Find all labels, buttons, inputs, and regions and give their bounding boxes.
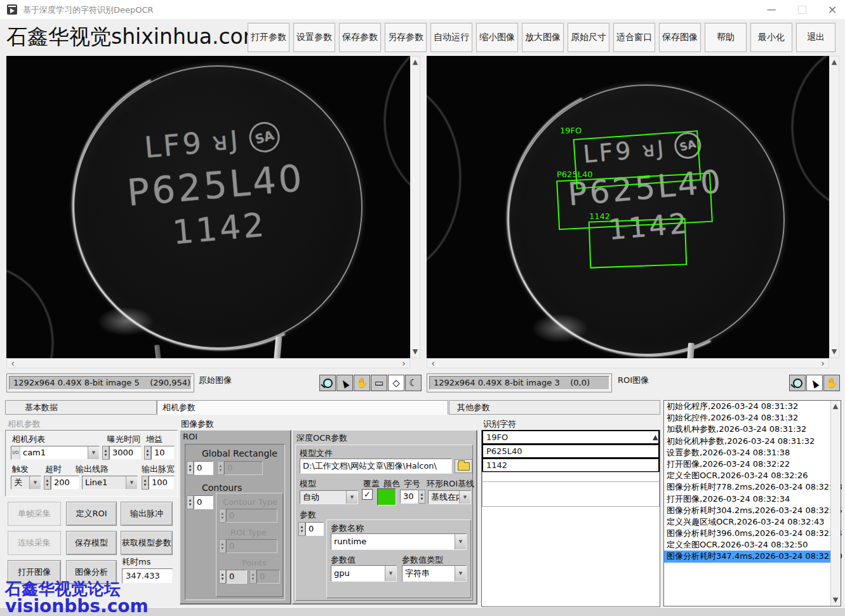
log-entry[interactable]: 定义兴趣区域OCR,2026-03-24 08:32:43 xyxy=(664,516,830,528)
output-pulse-button[interactable]: 输出脉冲 xyxy=(121,502,173,526)
overlay-checkbox[interactable]: ✓ xyxy=(362,489,373,500)
left-select-tool[interactable]: ▲ xyxy=(336,375,353,391)
ocr-box-1142 xyxy=(589,218,687,268)
output-pulse-width-input[interactable]: ▲▼100 xyxy=(142,476,175,490)
minimize-button[interactable]: 最小化 xyxy=(750,23,792,52)
fit-window-button[interactable]: 适合窗口 xyxy=(613,23,655,52)
left-pan-tool[interactable]: ✋ xyxy=(354,375,370,391)
save-as-params-button[interactable]: 另存参数 xyxy=(385,23,427,52)
overlay-color-swatch[interactable] xyxy=(377,488,396,506)
global-rect-index-input[interactable]: ▲▼0 xyxy=(187,461,213,475)
contours-index-input[interactable]: ▲▼0 xyxy=(187,495,213,509)
log-entry[interactable]: 初始化控件,2026-03-24 08:31:32 xyxy=(664,412,830,424)
window-close-button[interactable]: × xyxy=(818,0,845,19)
log-entry[interactable]: 图像分析耗时304.2ms,2026-03-24 08:32:35 xyxy=(664,505,830,516)
left-horizontal-scrollbar[interactable]: ‹› xyxy=(6,358,410,368)
right-zoom-tool[interactable] xyxy=(789,375,806,391)
log-entry[interactable]: 打开图像,2026-03-24 08:32:34 xyxy=(664,493,830,505)
cursor-icon: ▲ xyxy=(339,377,350,390)
roi-image-canvas[interactable]: LF9 ᴚJ SA P625L40 1142 19FO P625L40 1142 xyxy=(427,56,829,358)
log-entry[interactable]: 定义全图OCR,2026-03-24 08:32:50 xyxy=(664,539,830,551)
log-entry[interactable]: 图像分析耗时396.0ms,2026-03-24 08:32:44 xyxy=(664,528,830,539)
chevron-down-icon: ▼ xyxy=(459,491,470,504)
gain-input[interactable]: ▲▼10 xyxy=(144,446,175,460)
trigger-select[interactable]: 关▼ xyxy=(11,476,41,490)
params-label: 参数 xyxy=(300,509,316,521)
save-image-button[interactable]: 保存图像 xyxy=(659,23,701,52)
left-status-text: 1292x964 0.49X 8-bit image 5 (290,954) xyxy=(9,376,192,390)
param-type-select[interactable]: 字符串▼ xyxy=(402,565,467,582)
log-entry[interactable]: 初始化程序,2026-03-24 08:31:32 xyxy=(664,401,830,412)
original-size-button[interactable]: 原始尺寸 xyxy=(568,23,609,52)
log-entry[interactable]: 加载机种参数,2026-03-24 08:31:32 xyxy=(664,424,830,435)
param-name-select[interactable]: runtime▼ xyxy=(331,533,467,550)
output-line-select[interactable]: Line1▼ xyxy=(82,476,138,490)
contour-type-label: Contour Type xyxy=(223,497,277,507)
recognized-item[interactable]: 1142 xyxy=(482,458,660,472)
log-entry[interactable]: 设置参数,2026-03-24 08:31:38 xyxy=(664,447,830,459)
get-model-params-button[interactable]: 获取模型参数 xyxy=(121,531,173,555)
original-image-canvas[interactable]: LF9 ᴚJ SA P625L40 1142 xyxy=(6,56,410,358)
param-value-select[interactable]: gpu▼ xyxy=(331,565,397,582)
ocr-label-p625l40: P625L40 xyxy=(557,170,592,179)
continuous-grab-button[interactable]: 连续采集 xyxy=(8,531,61,555)
timeout-input[interactable]: ▲▼200 xyxy=(44,476,79,490)
log-entry[interactable]: 定义全图OCR,2026-03-24 08:32:26 xyxy=(664,470,830,481)
right-vertical-scrollbar[interactable]: ▲▼ xyxy=(829,56,839,358)
help-button[interactable]: 帮助 xyxy=(705,23,747,52)
log-entry-selected[interactable]: 图像分析耗时347.4ms,2026-03-24 08:32:50 xyxy=(664,551,830,562)
font-size-label: 字号 xyxy=(404,478,420,490)
zoom-out-image-button[interactable]: 缩小图像 xyxy=(476,23,518,52)
window-minimize-button[interactable]: — xyxy=(757,0,786,19)
model-file-input[interactable]: D:\工作文档\网站文章\图像\Halcon\ xyxy=(300,459,452,474)
left-arc-roi-tool[interactable]: ☾ xyxy=(405,375,422,391)
chevron-down-icon: ▼ xyxy=(455,566,466,581)
zoom-in-image-button[interactable]: 放大图像 xyxy=(522,23,564,52)
define-roi-button[interactable]: 定义ROI xyxy=(66,502,117,526)
browse-model-button[interactable] xyxy=(455,459,472,473)
log-scrollbar[interactable]: ▲ ▼ xyxy=(830,401,841,606)
auto-run-button[interactable]: 自动运行 xyxy=(430,23,472,52)
save-model-button[interactable]: 保存模型 xyxy=(66,531,117,555)
log-entry[interactable]: 图像分析耗时778.2ms,2026-03-24 08:32:28 xyxy=(664,481,830,493)
global-rectangle-label: Global Rectangle xyxy=(202,448,277,459)
left-vertical-scrollbar[interactable]: ▲▼ xyxy=(410,56,420,358)
recognized-item[interactable]: 19FO xyxy=(482,430,660,445)
site-brand-text[interactable]: visionbbs.com xyxy=(5,596,149,616)
single-grab-button[interactable]: 单帧采集 xyxy=(8,502,61,526)
ring-roi-baseline-select[interactable]: 基线在内▼ xyxy=(428,490,471,504)
right-horizontal-scrollbar[interactable]: ‹› xyxy=(427,358,829,368)
deep-ocr-panel: 深度OCR参数 模型文件 D:\工作文档\网站文章\图像\Halcon\ 模型 … xyxy=(292,430,477,605)
camera-select[interactable]: I/O cam1 ▼ xyxy=(11,446,100,460)
elapsed-value: 347.433 xyxy=(122,568,173,584)
open-params-button[interactable]: 打开参数 xyxy=(248,23,289,52)
ring-roi-baseline-label: 环形ROI基线 xyxy=(427,478,474,490)
part-lead xyxy=(273,337,283,358)
exit-button[interactable]: 退出 xyxy=(796,23,835,52)
tab-camera-params[interactable]: 相机参数 xyxy=(157,400,448,415)
roi-cluster: ROI Global Rectangle ▲▼0 ▲▼0 Contours ▲▼… xyxy=(180,430,291,605)
hand-icon: ✋ xyxy=(356,378,368,388)
left-rect-roi-tool[interactable]: ▭ xyxy=(371,375,387,391)
tab-basic-data[interactable]: 基本数据 xyxy=(5,400,157,415)
model-select[interactable]: 自动▼ xyxy=(300,490,358,504)
tab-other-params[interactable]: 其他参数 xyxy=(449,400,660,415)
font-size-input[interactable]: ▲▼30 xyxy=(400,490,425,504)
right-pan-tool[interactable]: ✋ xyxy=(823,375,840,391)
app-window: { "window": {"title": "基于深度学习的字符识别DeepOC… xyxy=(0,0,845,616)
param-index-input[interactable]: ▲▼0 xyxy=(298,522,324,536)
part-lead xyxy=(154,345,162,358)
log-entry[interactable]: 初始化机种参数,2026-03-24 08:31:32 xyxy=(664,436,830,447)
left-rot-rect-roi-tool[interactable]: ◇ xyxy=(388,375,404,391)
points-index-input[interactable]: ▲▼0 xyxy=(219,570,247,584)
right-image-viewer: LF9 ᴚJ SA P625L40 1142 19FO P625L40 1142… xyxy=(427,56,839,368)
window-maximize-button[interactable] xyxy=(787,0,816,19)
right-select-tool[interactable]: ▲ xyxy=(806,375,823,391)
recognized-item[interactable]: P625L40 xyxy=(482,444,660,459)
exposure-input[interactable]: ▲▼3000 xyxy=(102,446,142,460)
log-entry[interactable]: 打开图像,2026-03-24 08:32:22 xyxy=(664,459,830,470)
left-zoom-tool[interactable] xyxy=(319,375,336,391)
save-params-button[interactable]: 保存参数 xyxy=(339,23,381,52)
recognized-scroll-up-icon[interactable]: ▲ xyxy=(653,433,658,441)
set-params-button[interactable]: 设置参数 xyxy=(293,23,335,52)
